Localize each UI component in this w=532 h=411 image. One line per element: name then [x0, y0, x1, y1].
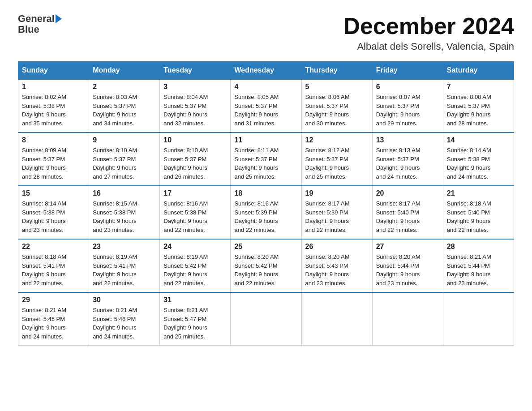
- day-number: 28: [447, 243, 510, 251]
- day-number: 15: [22, 189, 85, 197]
- calendar-cell: [231, 292, 301, 346]
- day-number: 14: [447, 136, 510, 144]
- month-title: December 2024: [343, 13, 514, 39]
- calendar-cell: 2Sunrise: 8:03 AMSunset: 5:37 PMDaylight…: [89, 79, 160, 133]
- day-number: 22: [22, 243, 85, 251]
- day-info: Sunrise: 8:21 AMSunset: 5:44 PMDaylight:…: [447, 253, 510, 287]
- calendar-cell: 22Sunrise: 8:18 AMSunset: 5:41 PMDayligh…: [18, 239, 89, 292]
- calendar-cell: 15Sunrise: 8:14 AMSunset: 5:38 PMDayligh…: [18, 186, 89, 239]
- day-info: Sunrise: 8:12 AMSunset: 5:37 PMDaylight:…: [305, 146, 369, 181]
- col-header-friday: Friday: [372, 62, 443, 80]
- calendar-cell: 9Sunrise: 8:10 AMSunset: 5:37 PMDaylight…: [89, 133, 160, 186]
- calendar-cell: [301, 292, 372, 346]
- day-number: 6: [376, 83, 439, 91]
- day-number: 9: [93, 136, 156, 144]
- logo-triangle-icon: [56, 14, 62, 23]
- calendar-cell: 12Sunrise: 8:12 AMSunset: 5:37 PMDayligh…: [301, 133, 372, 186]
- calendar-cell: 31Sunrise: 8:21 AMSunset: 5:47 PMDayligh…: [160, 292, 231, 346]
- day-number: 8: [22, 136, 85, 144]
- day-info: Sunrise: 8:21 AMSunset: 5:45 PMDaylight:…: [22, 306, 85, 341]
- col-header-saturday: Saturday: [443, 62, 514, 80]
- day-info: Sunrise: 8:17 AMSunset: 5:40 PMDaylight:…: [376, 199, 439, 234]
- calendar-cell: [372, 292, 443, 346]
- day-info: Sunrise: 8:17 AMSunset: 5:39 PMDaylight:…: [305, 199, 369, 234]
- calendar-cell: 19Sunrise: 8:17 AMSunset: 5:39 PMDayligh…: [301, 186, 372, 239]
- day-info: Sunrise: 8:20 AMSunset: 5:44 PMDaylight:…: [376, 253, 439, 287]
- day-info: Sunrise: 8:07 AMSunset: 5:37 PMDaylight:…: [376, 93, 439, 128]
- day-number: 2: [93, 83, 156, 91]
- calendar-cell: 29Sunrise: 8:21 AMSunset: 5:45 PMDayligh…: [18, 292, 89, 346]
- day-number: 26: [305, 243, 369, 251]
- day-number: 5: [305, 83, 369, 91]
- logo-text-general: General: [18, 13, 55, 24]
- col-header-wednesday: Wednesday: [231, 62, 301, 80]
- calendar-cell: 28Sunrise: 8:21 AMSunset: 5:44 PMDayligh…: [443, 239, 514, 292]
- week-row-2: 8Sunrise: 8:09 AMSunset: 5:37 PMDaylight…: [18, 133, 514, 186]
- day-info: Sunrise: 8:11 AMSunset: 5:37 PMDaylight:…: [234, 146, 297, 181]
- col-header-monday: Monday: [89, 62, 160, 80]
- day-info: Sunrise: 8:04 AMSunset: 5:37 PMDaylight:…: [163, 93, 227, 128]
- location-subtitle: Albalat dels Sorells, Valencia, Spain: [343, 41, 514, 52]
- day-info: Sunrise: 8:08 AMSunset: 5:37 PMDaylight:…: [447, 93, 510, 128]
- calendar-table: SundayMondayTuesdayWednesdayThursdayFrid…: [18, 61, 514, 346]
- week-row-1: 1Sunrise: 8:02 AMSunset: 5:38 PMDaylight…: [18, 79, 514, 133]
- calendar-cell: 17Sunrise: 8:16 AMSunset: 5:38 PMDayligh…: [160, 186, 231, 239]
- day-number: 16: [93, 189, 156, 197]
- day-number: 4: [234, 83, 297, 91]
- calendar-cell: 4Sunrise: 8:05 AMSunset: 5:37 PMDaylight…: [231, 79, 301, 133]
- day-number: 31: [163, 296, 227, 304]
- calendar-cell: 23Sunrise: 8:19 AMSunset: 5:41 PMDayligh…: [89, 239, 160, 292]
- day-info: Sunrise: 8:16 AMSunset: 5:38 PMDaylight:…: [163, 199, 227, 234]
- calendar-header-row: SundayMondayTuesdayWednesdayThursdayFrid…: [18, 62, 514, 80]
- calendar-cell: 25Sunrise: 8:20 AMSunset: 5:42 PMDayligh…: [231, 239, 301, 292]
- calendar-cell: 18Sunrise: 8:16 AMSunset: 5:39 PMDayligh…: [231, 186, 301, 239]
- calendar-cell: 30Sunrise: 8:21 AMSunset: 5:46 PMDayligh…: [89, 292, 160, 346]
- day-number: 30: [93, 296, 156, 304]
- day-info: Sunrise: 8:16 AMSunset: 5:39 PMDaylight:…: [234, 199, 297, 234]
- day-number: 11: [234, 136, 297, 144]
- calendar-cell: 21Sunrise: 8:18 AMSunset: 5:40 PMDayligh…: [443, 186, 514, 239]
- logo-text-blue: Blue: [18, 24, 39, 35]
- day-info: Sunrise: 8:21 AMSunset: 5:47 PMDaylight:…: [163, 306, 227, 341]
- day-number: 19: [305, 189, 369, 197]
- day-number: 27: [376, 243, 439, 251]
- day-info: Sunrise: 8:10 AMSunset: 5:37 PMDaylight:…: [163, 146, 227, 181]
- week-row-4: 22Sunrise: 8:18 AMSunset: 5:41 PMDayligh…: [18, 239, 514, 292]
- day-number: 10: [163, 136, 227, 144]
- day-number: 3: [163, 83, 227, 91]
- day-number: 1: [22, 83, 85, 91]
- day-number: 25: [234, 243, 297, 251]
- calendar-cell: [443, 292, 514, 346]
- calendar-cell: 5Sunrise: 8:06 AMSunset: 5:37 PMDaylight…: [301, 79, 372, 133]
- day-info: Sunrise: 8:18 AMSunset: 5:41 PMDaylight:…: [22, 253, 85, 287]
- day-number: 24: [163, 243, 227, 251]
- day-info: Sunrise: 8:05 AMSunset: 5:37 PMDaylight:…: [234, 93, 297, 128]
- day-info: Sunrise: 8:20 AMSunset: 5:42 PMDaylight:…: [234, 253, 297, 287]
- calendar-cell: 26Sunrise: 8:20 AMSunset: 5:43 PMDayligh…: [301, 239, 372, 292]
- day-info: Sunrise: 8:03 AMSunset: 5:37 PMDaylight:…: [93, 93, 156, 128]
- day-number: 17: [163, 189, 227, 197]
- day-info: Sunrise: 8:09 AMSunset: 5:37 PMDaylight:…: [22, 146, 85, 181]
- calendar-cell: 3Sunrise: 8:04 AMSunset: 5:37 PMDaylight…: [160, 79, 231, 133]
- day-number: 7: [447, 83, 510, 91]
- calendar-cell: 20Sunrise: 8:17 AMSunset: 5:40 PMDayligh…: [372, 186, 443, 239]
- calendar-cell: 13Sunrise: 8:13 AMSunset: 5:37 PMDayligh…: [372, 133, 443, 186]
- day-info: Sunrise: 8:20 AMSunset: 5:43 PMDaylight:…: [305, 253, 369, 287]
- day-number: 12: [305, 136, 369, 144]
- calendar-cell: 24Sunrise: 8:19 AMSunset: 5:42 PMDayligh…: [160, 239, 231, 292]
- page-header: General Blue December 2024 Albalat dels …: [18, 13, 514, 52]
- day-info: Sunrise: 8:18 AMSunset: 5:40 PMDaylight:…: [447, 199, 510, 234]
- calendar-cell: 7Sunrise: 8:08 AMSunset: 5:37 PMDaylight…: [443, 79, 514, 133]
- calendar-cell: 16Sunrise: 8:15 AMSunset: 5:38 PMDayligh…: [89, 186, 160, 239]
- day-info: Sunrise: 8:06 AMSunset: 5:37 PMDaylight:…: [305, 93, 369, 128]
- logo: General Blue: [18, 13, 62, 35]
- day-number: 29: [22, 296, 85, 304]
- day-info: Sunrise: 8:14 AMSunset: 5:38 PMDaylight:…: [447, 146, 510, 181]
- week-row-5: 29Sunrise: 8:21 AMSunset: 5:45 PMDayligh…: [18, 292, 514, 346]
- day-info: Sunrise: 8:13 AMSunset: 5:37 PMDaylight:…: [376, 146, 439, 181]
- day-info: Sunrise: 8:21 AMSunset: 5:46 PMDaylight:…: [93, 306, 156, 341]
- week-row-3: 15Sunrise: 8:14 AMSunset: 5:38 PMDayligh…: [18, 186, 514, 239]
- col-header-thursday: Thursday: [301, 62, 372, 80]
- day-info: Sunrise: 8:19 AMSunset: 5:41 PMDaylight:…: [93, 253, 156, 287]
- calendar-cell: 27Sunrise: 8:20 AMSunset: 5:44 PMDayligh…: [372, 239, 443, 292]
